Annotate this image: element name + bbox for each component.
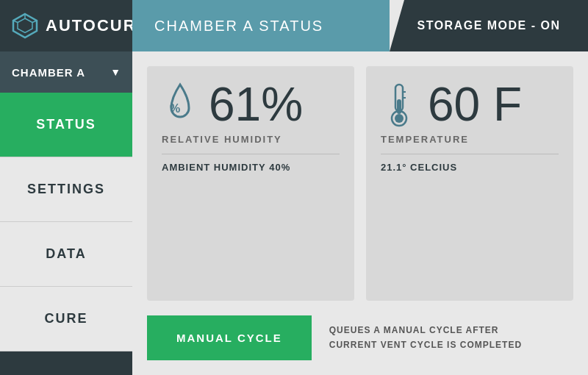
temperature-main: 60 F: [381, 81, 559, 128]
humidity-main: % 61%: [162, 81, 340, 128]
logo-area: AUTOCURE: [0, 0, 132, 51]
main-content: CHAMBER A STATUS STORAGE MODE - ON % 61%: [132, 0, 588, 375]
temperature-value: 60 F: [428, 81, 522, 128]
autocure-logo-icon: [12, 12, 38, 39]
sidebar-item-settings[interactable]: SETTINGS: [0, 157, 132, 222]
temperature-label: TEMPERATURE: [381, 134, 559, 145]
chamber-selector[interactable]: CHAMBER A ▼: [0, 51, 132, 93]
humidity-label: RELATIVE HUMIDITY: [162, 134, 340, 145]
action-area: MANUAL CYCLE QUEUES A MANUAL CYCLE AFTER…: [132, 308, 588, 375]
manual-cycle-description: QUEUES A MANUAL CYCLE AFTER CURRENT VENT…: [329, 324, 522, 351]
humidity-icon: %: [162, 82, 198, 126]
chevron-down-icon: ▼: [110, 66, 121, 78]
humidity-card: % 61% RELATIVE HUMIDITY AMBIENT HUMIDITY…: [147, 66, 354, 301]
manual-cycle-button[interactable]: MANUAL CYCLE: [147, 315, 312, 360]
sensor-cards-area: % 61% RELATIVE HUMIDITY AMBIENT HUMIDITY…: [132, 51, 588, 308]
sidebar: AUTOCURE CHAMBER A ▼ STATUS SETTINGS DAT…: [0, 0, 132, 375]
svg-marker-1: [18, 18, 32, 33]
temperature-card: 60 F TEMPERATURE 21.1° CELCIUS: [366, 66, 573, 301]
humidity-value: 61%: [209, 81, 303, 128]
sidebar-item-data[interactable]: DATA: [0, 222, 132, 287]
page-title: CHAMBER A STATUS: [154, 18, 323, 35]
svg-point-9: [395, 114, 404, 123]
header-mode-area: STORAGE MODE - ON: [390, 0, 588, 51]
chamber-selector-label: CHAMBER A: [12, 66, 85, 79]
temperature-ambient: 21.1° CELCIUS: [381, 162, 559, 173]
sidebar-item-cure[interactable]: CURE: [0, 287, 132, 351]
storage-mode-label: STORAGE MODE - ON: [417, 19, 561, 32]
svg-text:%: %: [170, 102, 180, 115]
humidity-ambient: AMBIENT HUMIDITY 40%: [162, 162, 340, 173]
header: CHAMBER A STATUS STORAGE MODE - ON: [132, 0, 588, 51]
temperature-icon: [381, 82, 417, 126]
sidebar-item-status[interactable]: STATUS: [0, 93, 132, 157]
header-title-area: CHAMBER A STATUS: [132, 0, 390, 51]
svg-rect-8: [397, 99, 401, 114]
